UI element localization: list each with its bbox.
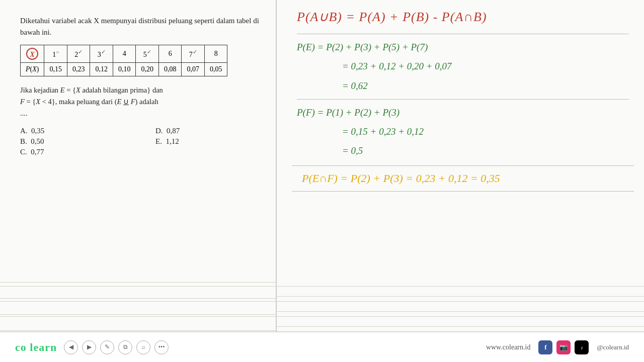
- choice-b: B. 0,50: [20, 137, 125, 146]
- table-val-2: 0,23: [67, 63, 90, 76]
- left-notebook-lines: [0, 266, 276, 332]
- table-val-1: 0,15: [44, 63, 67, 76]
- forward-button[interactable]: ▶: [82, 340, 96, 354]
- pe-line3: = 0,62: [297, 78, 629, 94]
- tiktok-icon[interactable]: ♪: [575, 340, 589, 354]
- table-x-cell: X: [21, 45, 44, 63]
- footer-right: www.colearn.id f 📷 ♪ @colearn.id: [486, 340, 629, 354]
- table-cell-7: 7✓: [182, 45, 205, 63]
- table-cell-6: 6: [158, 45, 182, 63]
- logo-learn: learn: [30, 341, 57, 353]
- footer-left: co learn ◀ ▶ ✎ ⧉ ⌕ •••: [15, 340, 169, 354]
- divider-1: [297, 34, 629, 34]
- top-formula: P(A∪B) = P(A) + P(B) - P(A∩B): [297, 9, 629, 25]
- left-panel: Diketahui variabel acak X mempunyai dist…: [0, 0, 277, 332]
- answer-choices: A. 0,35 D. 0,87 B. 0,50 E. 1,12 C. 0,77: [20, 127, 261, 156]
- table-val-5: 0,20: [136, 63, 159, 76]
- table-val-7: 0,07: [182, 63, 205, 76]
- x-label: X: [26, 48, 38, 60]
- social-icons: f 📷 ♪: [538, 340, 589, 354]
- table-px-label: P(X): [21, 63, 44, 76]
- problem-intro: Diketahui variabel acak X mempunyai dist…: [20, 15, 261, 38]
- choice-e: E. 1,12: [155, 137, 261, 146]
- table-val-6: 0,08: [158, 63, 182, 76]
- table-val-4: 0,10: [113, 63, 136, 76]
- divider-2: [297, 99, 629, 100]
- table-value-row: P(X) 0,15 0,23 0,12 0,10 0,20 0,08 0,07 …: [21, 63, 227, 76]
- right-notebook-lines: [277, 282, 644, 332]
- choice-a: A. 0,35: [20, 127, 125, 135]
- colearn-logo: co learn: [15, 341, 57, 354]
- table-val-8: 0,05: [204, 63, 227, 76]
- pf-line3: = 0,5: [297, 143, 629, 159]
- table-val-3: 0,12: [90, 63, 113, 76]
- right-panel: P(A∪B) = P(A) + P(B) - P(A∩B) P(E) = P(2…: [277, 0, 644, 332]
- more-button[interactable]: •••: [154, 340, 169, 354]
- copy-button[interactable]: ⧉: [118, 340, 132, 354]
- table-cell-8: 8: [204, 45, 227, 63]
- table-cell-1: 1○: [44, 45, 67, 63]
- pf-line2: = 0,15 + 0,23 + 0,12: [297, 124, 629, 140]
- search-button[interactable]: ⌕: [136, 340, 150, 354]
- edit-button[interactable]: ✎: [100, 340, 114, 354]
- probability-table: X 1○ 2✓ 3✓ 4 5✓ 6 7✓ 8 P(X) 0,15 0,23 0,…: [20, 45, 227, 76]
- instagram-icon[interactable]: 📷: [556, 340, 571, 354]
- social-handle: @colearn.id: [597, 343, 629, 351]
- logo-co: co: [15, 341, 27, 353]
- condition-text: Jika kejadian E = {X adalah bilangan pri…: [20, 84, 261, 120]
- table-header-row: X 1○ 2✓ 3✓ 4 5✓ 6 7✓ 8: [21, 45, 227, 63]
- table-cell-3: 3✓: [90, 45, 113, 63]
- table-cell-2: 2✓: [67, 45, 90, 63]
- intersection-formula: P(E∩F) = P(2) + P(3) = 0,23 + 0,12 = 0,3…: [292, 165, 634, 192]
- website-link: www.colearn.id: [486, 343, 531, 351]
- pe-line1: P(E) = P(2) + P(3) + P(5) + P(7): [297, 39, 629, 55]
- table-cell-4: 4: [113, 45, 136, 63]
- footer: co learn ◀ ▶ ✎ ⧉ ⌕ ••• www.colearn.id f …: [0, 332, 644, 362]
- facebook-icon[interactable]: f: [538, 340, 552, 354]
- footer-icon-group: ◀ ▶ ✎ ⧉ ⌕ •••: [64, 340, 169, 354]
- pe-line2: = 0,23 + 0,12 + 0,20 + 0,07: [297, 58, 629, 74]
- choice-d: D. 0,87: [155, 127, 261, 135]
- back-button[interactable]: ◀: [64, 340, 78, 354]
- table-cell-5: 5✓: [136, 45, 159, 63]
- choice-c: C. 0,77: [20, 148, 125, 156]
- pf-line1: P(F) = P(1) + P(2) + P(3): [297, 105, 629, 121]
